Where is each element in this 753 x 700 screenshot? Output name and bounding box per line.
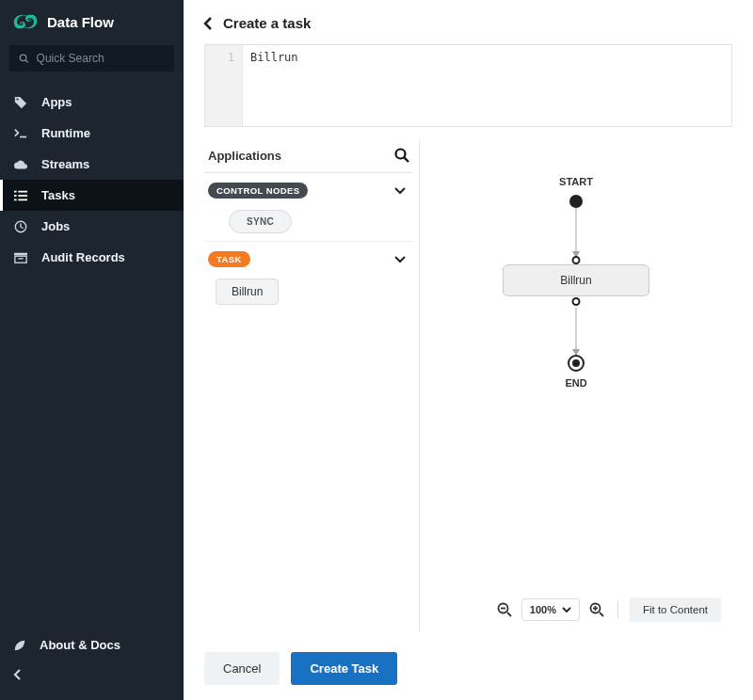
- clock-icon: [13, 220, 28, 233]
- svg-rect-9: [18, 199, 27, 200]
- svg-point-14: [396, 150, 406, 159]
- sidebar-item-streams[interactable]: Streams: [0, 149, 184, 180]
- terminal-icon: [13, 128, 28, 139]
- svg-rect-12: [15, 256, 26, 262]
- cloud-icon: [13, 160, 28, 169]
- create-task-button[interactable]: Create Task: [291, 652, 397, 685]
- sidebar-footer: About & Docs: [0, 629, 184, 700]
- collapse-sidebar[interactable]: [0, 660, 184, 689]
- sidebar-item-label: Streams: [41, 157, 89, 171]
- sidebar-item-label: Jobs: [41, 219, 70, 233]
- applications-panel: Applications CONTROL NODES SYNC TASK Bi: [204, 140, 413, 631]
- quick-search-input[interactable]: [37, 52, 165, 65]
- chevron-down-icon: [562, 607, 571, 612]
- canvas-panel: START Billrun END 100%: [419, 140, 732, 631]
- zoom-level-select[interactable]: 100%: [521, 598, 580, 621]
- search-icon: [19, 53, 29, 64]
- task-badge: TASK: [208, 251, 250, 267]
- workspace: Applications CONTROL NODES SYNC TASK Bi: [204, 140, 732, 631]
- sidebar-item-label: Tasks: [41, 188, 75, 202]
- task-output-port[interactable]: [572, 297, 581, 306]
- cancel-button[interactable]: Cancel: [204, 652, 280, 685]
- brand-title: Data Flow: [47, 14, 114, 30]
- svg-line-15: [405, 158, 409, 163]
- svg-point-2: [16, 98, 18, 100]
- svg-rect-4: [14, 190, 17, 192]
- svg-rect-6: [14, 195, 17, 197]
- svg-line-17: [507, 612, 511, 616]
- brand: Data Flow: [0, 0, 184, 43]
- sidebar-item-jobs[interactable]: Jobs: [0, 211, 184, 242]
- flow-canvas[interactable]: START Billrun END: [420, 140, 732, 588]
- sidebar: Data Flow Apps Runtime Streams Tasks: [0, 0, 184, 700]
- applications-search-button[interactable]: [394, 148, 409, 163]
- zoom-toolbar: 100% Fit to Content: [420, 588, 732, 631]
- svg-line-1: [25, 60, 28, 63]
- sidebar-item-tasks[interactable]: Tasks: [0, 180, 184, 211]
- svg-point-0: [20, 55, 26, 61]
- svg-rect-5: [18, 190, 27, 192]
- task-input-port[interactable]: [572, 256, 581, 264]
- task-section: TASK Billrun: [204, 242, 413, 309]
- quick-search[interactable]: [9, 45, 174, 72]
- header: Create a task: [184, 0, 753, 44]
- svg-rect-11: [14, 252, 27, 255]
- about-label: About & Docs: [40, 638, 120, 652]
- edge-1: [576, 208, 577, 256]
- sidebar-item-label: Audit Records: [41, 250, 125, 264]
- applications-header: Applications: [204, 140, 413, 173]
- svg-rect-8: [14, 199, 17, 200]
- sync-node[interactable]: SYNC: [229, 210, 292, 233]
- nav: Apps Runtime Streams Tasks Jobs Audit Re…: [0, 87, 184, 273]
- task-item-billrun[interactable]: Billrun: [216, 278, 279, 305]
- list-icon: [13, 190, 28, 201]
- svg-rect-7: [18, 195, 27, 197]
- edge-2: [576, 308, 577, 355]
- leaf-icon: [13, 639, 26, 652]
- start-label: START: [559, 176, 593, 187]
- sidebar-item-label: Apps: [41, 95, 72, 109]
- control-nodes-section: CONTROL NODES SYNC: [204, 173, 413, 242]
- code-gutter: 1: [205, 45, 243, 126]
- about-docs[interactable]: About & Docs: [0, 629, 184, 660]
- start-node[interactable]: [569, 195, 583, 208]
- logo-icon: [13, 11, 38, 32]
- tag-icon: [13, 96, 28, 109]
- action-buttons: Cancel Create Task: [184, 643, 753, 700]
- zoom-in-button[interactable]: [587, 600, 606, 619]
- main: Create a task 1 Billrun Applications CON…: [184, 0, 753, 700]
- code-editor[interactable]: 1 Billrun: [204, 44, 732, 127]
- page-title: Create a task: [223, 15, 311, 31]
- sidebar-item-audit[interactable]: Audit Records: [0, 242, 184, 273]
- applications-title: Applications: [208, 149, 281, 163]
- sidebar-item-apps[interactable]: Apps: [0, 87, 184, 118]
- svg-line-20: [600, 612, 603, 616]
- toolbar-divider: [617, 601, 618, 618]
- archive-icon: [13, 252, 28, 263]
- control-nodes-badge: CONTROL NODES: [208, 183, 308, 199]
- back-button[interactable]: [202, 17, 214, 30]
- zoom-out-button[interactable]: [495, 600, 514, 619]
- chevron-left-icon: [13, 669, 23, 680]
- sidebar-item-label: Runtime: [41, 126, 90, 140]
- fit-to-content-button[interactable]: Fit to Content: [630, 597, 721, 622]
- task-node-billrun[interactable]: Billrun: [503, 264, 649, 296]
- end-label: END: [565, 377, 586, 389]
- control-nodes-toggle[interactable]: [391, 185, 409, 197]
- task-toggle[interactable]: [391, 254, 409, 265]
- code-body[interactable]: Billrun: [243, 45, 731, 126]
- end-node[interactable]: [568, 355, 585, 372]
- sidebar-item-runtime[interactable]: Runtime: [0, 118, 184, 149]
